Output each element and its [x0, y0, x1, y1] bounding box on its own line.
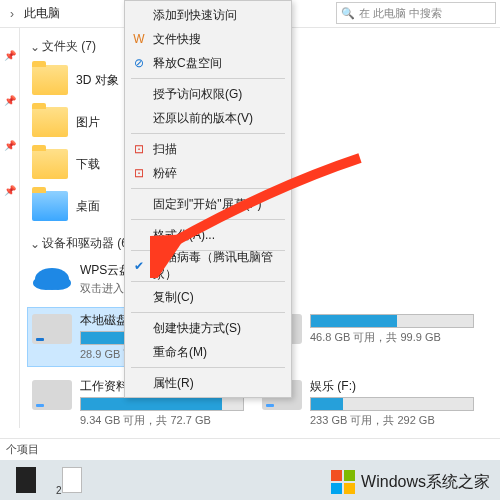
folder-icon [32, 191, 68, 221]
windows-logo-icon [331, 470, 355, 494]
context-menu-item[interactable]: 重命名(M) [125, 340, 291, 364]
menu-item-label: 粉碎 [153, 165, 177, 182]
menu-item-icon: W [131, 31, 147, 47]
menu-separator [131, 188, 285, 189]
menu-item-label: 固定到"开始"屏幕(P) [153, 196, 262, 213]
drive-usage-bar [310, 397, 474, 411]
watermark: Windows系统之家 [331, 470, 490, 494]
folder-icon [32, 65, 68, 95]
folder-icon [32, 149, 68, 179]
collapse-caret-icon: ⌄ [28, 237, 42, 251]
breadcrumb-title[interactable]: 此电脑 [20, 5, 64, 22]
menu-separator [131, 219, 285, 220]
quick-access-gutter: 📌 📌 📌 📌 [0, 28, 20, 428]
cloud-drive-icon [32, 264, 72, 294]
menu-item-label: 属性(R) [153, 375, 194, 392]
drive-title: 娱乐 (F:) [310, 378, 474, 395]
taskbar: 2 Windows系统之家 [0, 460, 500, 500]
drive-icon [32, 380, 72, 410]
menu-item-label: 授予访问权限(G) [153, 86, 242, 103]
pin-icon[interactable]: 📌 [0, 185, 19, 196]
drive-icon [32, 314, 72, 344]
context-menu-item[interactable]: 固定到"开始"屏幕(P) [125, 192, 291, 216]
folder-label: 3D 对象 [76, 72, 119, 89]
status-bar: 个项目 [0, 438, 500, 460]
drive-usage-text: 46.8 GB 可用，共 99.9 GB [310, 330, 474, 345]
context-menu-item[interactable]: 授予访问权限(G) [125, 82, 291, 106]
search-icon: 🔍 [341, 7, 355, 20]
context-menu-item[interactable]: W文件快搜 [125, 27, 291, 51]
context-menu-item[interactable]: ⊡粉碎 [125, 161, 291, 185]
menu-item-label: 复制(C) [153, 289, 194, 306]
menu-item-label: 扫描 [153, 141, 177, 158]
drive-usage-text: 9.34 GB 可用，共 72.7 GB [80, 413, 244, 428]
taskbar-item[interactable]: 2 [50, 462, 94, 498]
taskbar-thumb-icon [62, 467, 82, 493]
taskbar-count: 2 [56, 485, 62, 496]
pin-icon[interactable]: 📌 [0, 50, 19, 61]
context-menu-item[interactable]: ✔扫描病毒（腾讯电脑管家） [125, 254, 291, 278]
context-menu-item[interactable]: 添加到快速访问 [125, 3, 291, 27]
drive-usage-text: 233 GB 可用，共 292 GB [310, 413, 474, 428]
folder-icon [32, 107, 68, 137]
drive-usage-bar [80, 397, 244, 411]
breadcrumb-chevron-icon: › [4, 7, 20, 21]
search-placeholder: 在 此电脑 中搜索 [359, 6, 442, 21]
menu-item-label: 还原以前的版本(V) [153, 110, 253, 127]
pin-icon[interactable]: 📌 [0, 95, 19, 106]
drives-section-label: 设备和驱动器 (6) [42, 235, 132, 252]
menu-item-label: 创建快捷方式(S) [153, 320, 241, 337]
search-input[interactable]: 🔍 在 此电脑 中搜索 [336, 2, 496, 24]
drive-usage-bar [310, 314, 474, 328]
pin-icon[interactable]: 📌 [0, 140, 19, 151]
menu-item-label: 重命名(M) [153, 344, 207, 361]
menu-item-icon: ⊡ [131, 141, 147, 157]
folder-label: 桌面 [76, 198, 100, 215]
context-menu-item[interactable]: 属性(R) [125, 371, 291, 395]
menu-separator [131, 312, 285, 313]
menu-separator [131, 367, 285, 368]
menu-item-icon: ✔ [131, 258, 147, 274]
watermark-text: Windows系统之家 [361, 472, 490, 493]
context-menu-item[interactable]: ⊘释放C盘空间 [125, 51, 291, 75]
folder-label: 图片 [76, 114, 100, 131]
menu-item-label: 文件快搜 [153, 31, 201, 48]
menu-item-label: 释放C盘空间 [153, 55, 222, 72]
menu-separator [131, 133, 285, 134]
menu-separator [131, 78, 285, 79]
context-menu-item[interactable]: ⊡扫描 [125, 137, 291, 161]
collapse-caret-icon: ⌄ [28, 40, 42, 54]
menu-item-icon: ⊡ [131, 165, 147, 181]
context-menu: 添加到快速访问W文件快搜⊘释放C盘空间授予访问权限(G)还原以前的版本(V)⊡扫… [124, 0, 292, 398]
folders-section-label: 文件夹 (7) [42, 38, 96, 55]
context-menu-item[interactable]: 复制(C) [125, 285, 291, 309]
menu-item-icon: ⊘ [131, 55, 147, 71]
folder-label: 下载 [76, 156, 100, 173]
taskbar-item[interactable] [4, 462, 48, 498]
taskbar-thumb-icon [16, 467, 36, 493]
context-menu-item[interactable]: 创建快捷方式(S) [125, 316, 291, 340]
menu-item-label: 添加到快速访问 [153, 7, 237, 24]
mouse-cursor-icon: ↖ [164, 242, 177, 261]
menu-item-label: 格式化(A)... [153, 227, 215, 244]
context-menu-item[interactable]: 还原以前的版本(V) [125, 106, 291, 130]
context-menu-item[interactable]: 格式化(A)... [125, 223, 291, 247]
status-text: 个项目 [6, 442, 39, 457]
